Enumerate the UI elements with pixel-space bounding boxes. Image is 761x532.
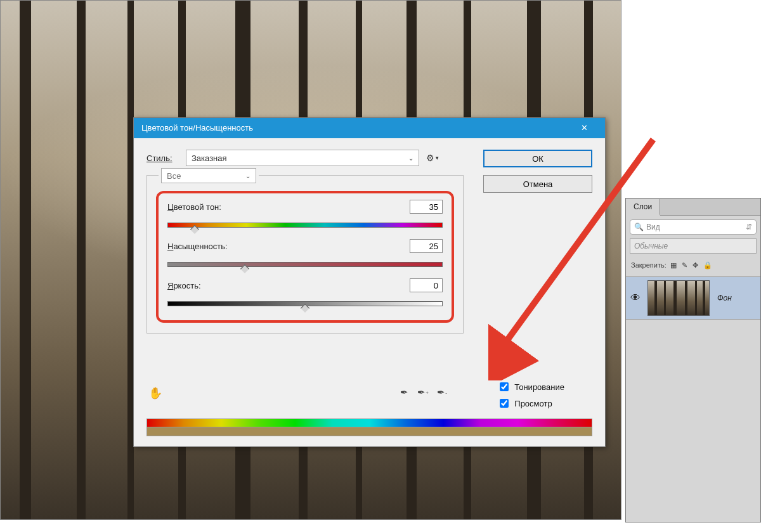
- lightness-slider-row: Яркость:: [167, 278, 443, 309]
- cancel-button[interactable]: Отмена: [483, 175, 592, 193]
- preset-label: Стиль:: [146, 153, 178, 163]
- lock-position-icon[interactable]: ✥: [693, 261, 698, 269]
- input-spectrum-bar: [146, 418, 592, 427]
- lock-transparency-icon[interactable]: ▦: [670, 261, 677, 269]
- saturation-input[interactable]: [410, 239, 443, 253]
- gear-icon: ⚙: [426, 153, 434, 163]
- hue-label: ЦЦветовой тон:ветовой тон:: [167, 202, 221, 212]
- edit-channel-value: Все: [167, 171, 181, 181]
- hue-slider-row: ЦЦветовой тон:ветовой тон:: [167, 200, 443, 230]
- gear-arrow-icon: ▾: [436, 155, 439, 161]
- preview-checkbox[interactable]: [500, 399, 509, 408]
- layer-filter-search[interactable]: 🔍 Вид ⇵: [630, 219, 757, 235]
- close-icon: ✕: [581, 118, 588, 138]
- hue-track: [167, 223, 443, 228]
- hue-saturation-dialog: Цветовой тон/Насыщенность ✕ Стиль: Заказ…: [133, 117, 606, 447]
- search-placeholder: Вид: [646, 223, 743, 231]
- blend-mode-select[interactable]: Обычные: [630, 238, 757, 254]
- ok-button[interactable]: ОК: [483, 150, 592, 167]
- lightness-label: Яркость:: [167, 281, 201, 290]
- preset-value: Заказная: [192, 153, 227, 163]
- color-range-bars: [146, 418, 592, 438]
- saturation-slider[interactable]: [167, 258, 443, 269]
- colorize-checkbox-row[interactable]: Тонирование: [497, 380, 564, 393]
- blend-mode-value: Обычные: [634, 242, 668, 250]
- lightness-input[interactable]: [410, 278, 443, 292]
- preview-checkbox-row[interactable]: Просмотр: [497, 397, 564, 410]
- chevron-down-icon: ⌄: [245, 172, 250, 179]
- output-spectrum-bar: [146, 427, 592, 436]
- close-button[interactable]: ✕: [571, 118, 597, 138]
- eyedropper-subtract-tool[interactable]: ✒-: [435, 386, 449, 399]
- chevron-down-icon: ⌄: [408, 155, 413, 162]
- lightness-slider[interactable]: [167, 297, 443, 309]
- search-icon: 🔍: [634, 223, 644, 231]
- targeted-adjustment-tool[interactable]: ✋: [146, 384, 164, 402]
- preset-options-button[interactable]: ⚙▾: [427, 152, 438, 164]
- saturation-track: [167, 262, 443, 267]
- layer-name: Фон: [712, 294, 732, 302]
- search-arrow-icon: ⇵: [746, 223, 752, 231]
- saturation-label: Насыщенность:: [167, 242, 228, 251]
- layer-thumbnail[interactable]: [647, 280, 710, 316]
- saturation-slider-row: Насыщенность:: [167, 239, 443, 269]
- lock-label: Закрепить:: [631, 261, 667, 269]
- dialog-title-text: Цветовой тон/Насыщенность: [141, 118, 253, 138]
- hue-slider[interactable]: [167, 219, 443, 230]
- highlighted-region: ЦЦветовой тон:ветовой тон: Насыщенность:: [156, 191, 454, 323]
- lock-all-icon[interactable]: 🔒: [703, 261, 712, 269]
- lock-image-icon[interactable]: ✎: [682, 261, 687, 269]
- layer-visibility-toggle[interactable]: 👁: [626, 292, 645, 304]
- layers-panel-tabs: Слои: [626, 198, 760, 216]
- hand-icon: ✋: [148, 386, 162, 400]
- eye-icon: 👁: [630, 292, 641, 303]
- edit-channel-select[interactable]: Все ⌄: [161, 168, 256, 183]
- eyedropper-add-tool[interactable]: ✒+: [416, 386, 430, 399]
- dialog-body: Стиль: Заказная ⌄ ⚙▾ ОК Отмена Все ⌄: [134, 138, 605, 446]
- preview-label: Просмотр: [514, 399, 552, 408]
- eyedropper-tool[interactable]: ✒: [397, 386, 411, 399]
- layer-row[interactable]: 👁 Фон: [626, 276, 760, 320]
- layers-tab[interactable]: Слои: [626, 199, 660, 216]
- colorize-label: Тонирование: [514, 382, 564, 392]
- dialog-titlebar[interactable]: Цветовой тон/Насыщенность ✕: [134, 118, 605, 138]
- layers-panel: Слои 🔍 Вид ⇵ Обычные Закрепить: ▦ ✎ ✥ 🔒 …: [625, 198, 761, 522]
- preset-select[interactable]: Заказная ⌄: [186, 150, 419, 166]
- lock-row: Закрепить: ▦ ✎ ✥ 🔒: [630, 257, 757, 273]
- colorize-checkbox[interactable]: [500, 382, 509, 391]
- hue-input[interactable]: [410, 200, 443, 214]
- sliders-fieldset: Все ⌄ ЦЦветовой тон:ветовой тон:: [146, 175, 464, 334]
